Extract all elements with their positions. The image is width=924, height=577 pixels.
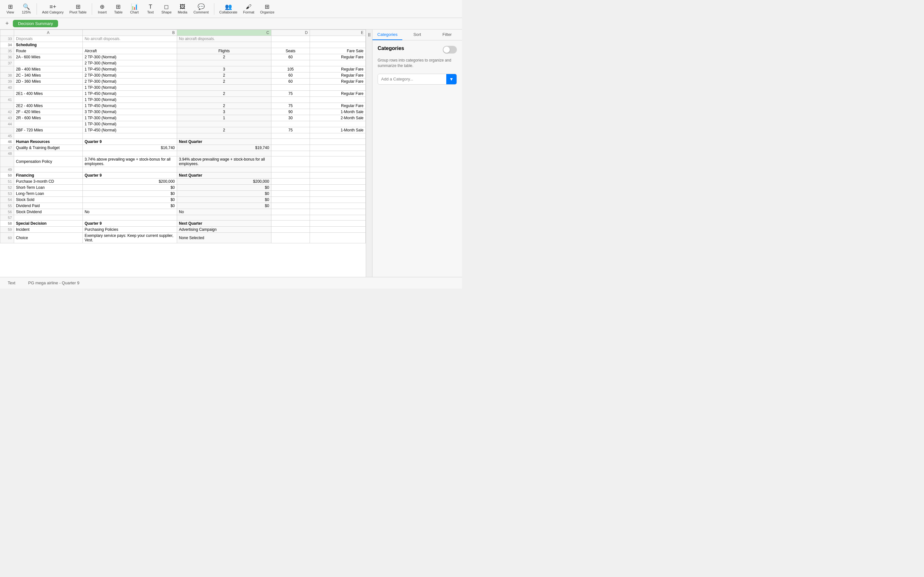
pivot-table-button[interactable]: ⊞ Pivot Table xyxy=(67,3,89,15)
categories-toggle-row: Categories xyxy=(378,45,457,54)
table-row: 2B - 400 Miles 1 TP-450 (Normal) 3 105 R… xyxy=(0,66,366,73)
zoom-label: 125% xyxy=(22,10,31,14)
tab-sort[interactable]: Sort xyxy=(402,29,432,40)
categories-toggle[interactable] xyxy=(443,46,457,53)
table-row: 48 xyxy=(0,151,366,156)
chart-icon: 📊 xyxy=(131,4,138,10)
panel-toggle-button[interactable]: ⏸ xyxy=(367,32,372,38)
chart-label: Chart xyxy=(130,10,139,14)
view-button[interactable]: ⊞ View xyxy=(3,3,18,15)
spreadsheet-area[interactable]: A B C D E 33 Disposals No aircraft dispo… xyxy=(0,29,366,277)
tab-categories[interactable]: Categories xyxy=(373,29,402,40)
comment-button[interactable]: 💬 Comment xyxy=(191,3,212,15)
format-icon: 🖌 xyxy=(246,4,252,10)
media-icon: 🖼 xyxy=(180,4,186,10)
chart-button[interactable]: 📊 Chart xyxy=(127,3,142,15)
col-header-d[interactable]: D xyxy=(271,30,310,36)
zoom-button[interactable]: 🔍 125% xyxy=(19,3,34,15)
categories-description: Group rows into categories to organize a… xyxy=(378,58,457,69)
table-row: 34 Scheduling xyxy=(0,42,366,48)
spreadsheet-table: A B C D E 33 Disposals No aircraft dispo… xyxy=(0,29,366,243)
status-sheet-tab[interactable]: PG mega airline - Quarter 9 xyxy=(24,279,83,287)
tab-bar: + Decision Summary xyxy=(0,18,462,29)
table-row: 53 Long-Term Loan $0 $0 xyxy=(0,191,366,197)
tab-filter[interactable]: Filter xyxy=(432,29,462,40)
toolbar-mid-group: ≡+ Add Category ⊞ Pivot Table xyxy=(39,3,89,15)
toolbar-divider-1 xyxy=(37,3,37,15)
tab-filter-label: Filter xyxy=(443,32,452,37)
shape-button[interactable]: ◻ Shape xyxy=(159,3,174,15)
table-row: 56 Stock Dividend No No xyxy=(0,209,366,215)
shape-label: Shape xyxy=(162,10,172,14)
status-text-tab[interactable]: Text xyxy=(4,279,19,287)
table-icon: ⊞ xyxy=(116,4,121,10)
add-sheet-button[interactable]: + xyxy=(3,19,11,28)
toolbar-left-group: ⊞ View 🔍 125% xyxy=(3,3,34,15)
main-layout: A B C D E 33 Disposals No aircraft dispo… xyxy=(0,29,462,277)
shape-icon: ◻ xyxy=(164,4,169,10)
decision-summary-tab[interactable]: Decision Summary xyxy=(13,20,58,27)
table-row: 57 xyxy=(0,215,366,221)
table-row: 54 Stock Sold $0 $0 xyxy=(0,197,366,203)
table-row: 52 Short-Term Loan $0 $0 xyxy=(0,185,366,191)
organize-button[interactable]: ⊞ Organize xyxy=(258,3,277,15)
add-category-button[interactable]: ≡+ Add Category xyxy=(39,3,66,15)
comment-icon: 💬 xyxy=(198,4,205,10)
view-icon: ⊞ xyxy=(8,4,13,10)
panel-tabs: Categories Sort Filter xyxy=(373,29,462,40)
table-row: 38 2C - 340 Miles 2 TP-300 (Normal) 2 60… xyxy=(0,73,366,79)
text-icon: T xyxy=(149,4,152,10)
table-row: 36 2A - 600 Miles 2 TP-300 (Normal) 2 60… xyxy=(0,54,366,60)
add-category-row: ▾ xyxy=(378,74,457,85)
tab-sort-label: Sort xyxy=(414,32,421,37)
col-header-e[interactable]: E xyxy=(310,30,366,36)
table-row: 33 Disposals No aircraft disposals. No a… xyxy=(0,36,366,42)
table-row: 55 Dividend Paid $0 $0 xyxy=(0,203,366,209)
collaborate-label: Collaborate xyxy=(220,10,237,14)
format-button[interactable]: 🖌 Format xyxy=(241,3,257,15)
col-header-c[interactable]: C xyxy=(177,30,271,36)
add-category-label: Add Category xyxy=(42,10,63,14)
table-row: 37 2 TP-300 (Normal) xyxy=(0,60,366,66)
text-toolbar-label: Text xyxy=(147,10,153,14)
insert-label: Insert xyxy=(98,10,107,14)
tab-categories-label: Categories xyxy=(377,32,397,37)
media-label: Media xyxy=(178,10,187,14)
categories-title: Categories xyxy=(378,45,404,51)
insert-button[interactable]: ⊕ Insert xyxy=(95,3,110,15)
organize-label: Organize xyxy=(260,10,275,14)
right-panel: Categories Sort Filter Categories Group … xyxy=(372,29,462,277)
table-row: 58 Special Decision Quarter 9 Next Quart… xyxy=(0,221,366,227)
table-row: 45 xyxy=(0,133,366,139)
table-row: 51 Purchase 3-month CD $200,000 $200,000 xyxy=(0,179,366,185)
add-category-icon: ≡+ xyxy=(49,4,56,10)
format-label: Format xyxy=(243,10,254,14)
table-row: 49 xyxy=(0,167,366,172)
panel-content: Categories Group rows into categories to… xyxy=(373,40,462,277)
add-category-input[interactable] xyxy=(378,75,446,83)
comment-label: Comment xyxy=(194,10,209,14)
add-category-confirm-button[interactable]: ▾ xyxy=(446,74,457,84)
panel-toggle-sidebar: ⏸ xyxy=(366,29,372,277)
table-button[interactable]: ⊞ Table xyxy=(111,3,126,15)
zoom-icon: 🔍 xyxy=(23,4,30,10)
table-row: 2BF - 720 Miles 1 TP-450 (Normal) 2 75 1… xyxy=(0,127,366,133)
col-header-b[interactable]: B xyxy=(82,30,177,36)
col-header-rownum xyxy=(0,30,14,36)
insert-icon: ⊕ xyxy=(100,4,105,10)
pivot-table-label: Pivot Table xyxy=(69,10,87,14)
status-bar: Text PG mega airline - Quarter 9 xyxy=(0,277,462,288)
media-button[interactable]: 🖼 Media xyxy=(175,3,190,15)
table-row: 2E1 - 400 Miles 1 TP-450 (Normal) 2 75 R… xyxy=(0,91,366,97)
table-row: 60 Choice Exemplary service pays: Keep y… xyxy=(0,233,366,243)
table-row: 59 Incident Purchasing Policies Advertis… xyxy=(0,227,366,233)
table-row: 50 Financing Quarter 9 Next Quarter xyxy=(0,172,366,179)
table-row: 42 2F - 420 Miles 3 TP-300 (Normal) 3 90… xyxy=(0,109,366,115)
organize-icon: ⊞ xyxy=(265,4,270,10)
col-header-a[interactable]: A xyxy=(14,30,82,36)
text-button[interactable]: T Text xyxy=(143,3,158,15)
table-row: 43 2R - 600 Miles 1 TP-300 (Normal) 1 30… xyxy=(0,115,366,121)
collaborate-button[interactable]: 👥 Collaborate xyxy=(217,3,240,15)
toolbar-divider-2 xyxy=(92,3,92,15)
table-row: 35 Route Aircraft Flights Seats Fare Sal… xyxy=(0,48,366,54)
